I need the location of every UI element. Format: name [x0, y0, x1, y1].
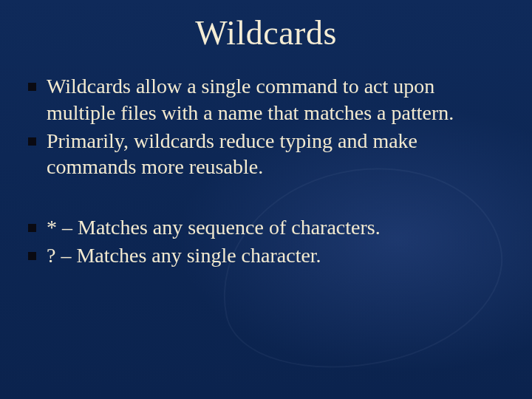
list-item: ? – Matches any single character. [28, 242, 504, 269]
bullet-text: * – Matches any sequence of characters. [47, 214, 504, 241]
slide-title: Wildcards [28, 13, 504, 52]
bullet-square-icon [28, 224, 36, 232]
bullet-group-1: Wildcards allow a single command to act … [28, 73, 504, 180]
bullet-group-2: * – Matches any sequence of characters. … [28, 214, 504, 269]
bullet-content: Wildcards allow a single command to act … [28, 73, 504, 269]
list-item: Primarily, wildcards reduce typing and m… [28, 128, 504, 181]
bullet-text: ? – Matches any single character. [47, 242, 504, 269]
list-item: Wildcards allow a single command to act … [28, 73, 504, 126]
bullet-text: Wildcards allow a single command to act … [47, 73, 504, 126]
slide: Wildcards Wildcards allow a single comma… [0, 0, 532, 399]
bullet-square-icon [28, 137, 36, 146]
list-item: * – Matches any sequence of characters. [28, 214, 504, 241]
bullet-square-icon [28, 252, 36, 260]
bullet-text: Primarily, wildcards reduce typing and m… [47, 128, 504, 181]
bullet-square-icon [28, 83, 36, 91]
